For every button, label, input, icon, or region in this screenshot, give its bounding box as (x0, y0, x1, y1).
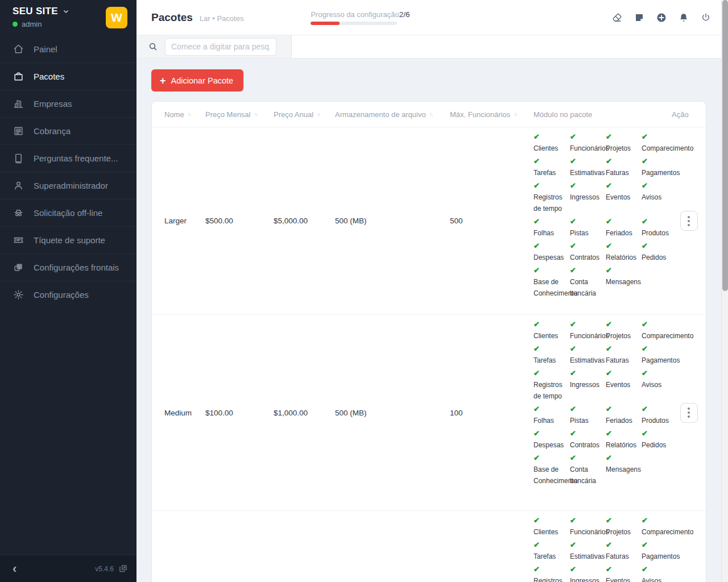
module-item: ✔ Eventos (606, 180, 642, 214)
search-input[interactable] (165, 38, 276, 56)
incognito-icon (13, 207, 24, 218)
module-item: ✔ Pistas (570, 404, 606, 426)
check-icon: ✔ (533, 539, 568, 551)
module-item: ✔ Conta bancária (570, 452, 606, 487)
setup-progress[interactable]: Progresso da configuração2/6 (311, 10, 397, 25)
layers-icon (13, 262, 24, 273)
module-item: ✔ Registros de tempo (533, 564, 570, 582)
module-item: ✔ Avisos (642, 564, 696, 582)
module-item: ✔ Pagamentos (642, 343, 696, 366)
sidebar-footer: ‹ v5.4.6 (0, 555, 136, 582)
column-header-nome[interactable]: Nome↑↓ (164, 110, 205, 119)
check-icon: ✔ (533, 564, 568, 575)
collapse-sidebar-icon[interactable]: ‹ (13, 563, 16, 575)
content-area: + Adicionar Pacote Nome↑↓Preço Mensal↑↓P… (136, 59, 728, 582)
sidebar-item-configura-es[interactable]: Configurações (0, 281, 136, 308)
module-item: ✔ Pagamentos (642, 539, 696, 562)
module-item: ✔ Mensagens (606, 452, 642, 487)
module-item: ✔ Comparecimento (642, 515, 696, 538)
module-item: ✔ Projetos (606, 319, 642, 342)
check-icon: ✔ (533, 452, 568, 464)
page-scrollbar[interactable] (721, 0, 728, 582)
check-icon: ✔ (533, 216, 568, 227)
row-actions-button[interactable] (680, 211, 698, 231)
check-icon: ✔ (533, 343, 568, 355)
package-name: Medium (164, 409, 205, 417)
column-header-armazenamento-de-arquivo[interactable]: Armazenamento de arquivo↑↓ (335, 110, 450, 119)
column-header-m-x-funcion-rios[interactable]: Máx. Funcionários↑↓ (450, 110, 533, 119)
module-item: ✔ Projetos (606, 515, 642, 538)
annual-price: $5,000.00 (274, 217, 335, 225)
check-icon: ✔ (570, 515, 603, 526)
sidebar-item-superadministrador[interactable]: Superadministrador (0, 172, 136, 199)
sort-icon[interactable]: ↑↓ (429, 111, 432, 117)
module-item: ✔ Funcionários (570, 319, 606, 342)
sidebar-item-perguntas-frequente[interactable]: Perguntas frequente... (0, 144, 136, 172)
gear-icon (13, 289, 24, 300)
check-icon: ✔ (642, 319, 693, 330)
scrollbar-thumb[interactable] (722, 0, 728, 291)
table-row: Larger $500.00 $5,000.00 500 (MB) 500 ✔ … (152, 127, 706, 315)
external-link-icon[interactable] (119, 564, 127, 573)
sidebar-item-solicita-o-off-line[interactable]: Solicitação off-line (0, 199, 136, 226)
module-item: ✔ Funcionários (570, 131, 606, 154)
add-package-button[interactable]: + Adicionar Pacote (151, 69, 243, 92)
check-icon: ✔ (570, 452, 603, 464)
check-icon: ✔ (606, 515, 639, 526)
column-header-pre-o-mensal[interactable]: Preço Mensal↑↓ (205, 110, 274, 119)
module-item: ✔ Relatórios (606, 428, 642, 451)
check-icon: ✔ (533, 428, 568, 439)
site-switcher[interactable]: SEU SITE (13, 6, 69, 17)
sidebar-item-cobran-a[interactable]: Cobrança (0, 117, 136, 144)
modules-cell: ✔ Clientes ✔ Funcionários ✔ Projetos ✔ C… (533, 315, 672, 496)
check-icon: ✔ (606, 343, 639, 355)
check-icon: ✔ (606, 319, 639, 330)
bell-icon[interactable] (679, 13, 689, 23)
sidebar-header: SEU SITE admin W (0, 0, 136, 35)
check-icon: ✔ (606, 539, 639, 551)
check-icon: ✔ (642, 180, 693, 192)
sidebar-item-painel[interactable]: Painel (0, 35, 136, 63)
module-item: ✔ Mensagens (606, 265, 642, 299)
sidebar-item-label: Tíquete de suporte (34, 235, 105, 245)
sort-icon[interactable]: ↑↓ (254, 111, 257, 117)
note-icon[interactable] (634, 13, 644, 23)
module-item: ✔ Avisos (642, 368, 696, 402)
check-icon: ✔ (570, 343, 603, 355)
sidebar-item-empresas[interactable]: Empresas (0, 90, 136, 117)
column-header-pre-o-anual[interactable]: Preço Anual↑↓ (274, 110, 335, 119)
package-name: Larger (164, 217, 205, 225)
sort-icon[interactable]: ↑↓ (317, 111, 320, 117)
module-item: ✔ Feriados (606, 216, 642, 239)
file-storage: 500 (MB) (335, 409, 450, 417)
module-item: ✔ Faturas (606, 156, 642, 178)
check-icon: ✔ (570, 539, 603, 551)
sort-icon[interactable]: ↑↓ (188, 111, 191, 117)
check-icon: ✔ (606, 131, 639, 143)
module-item: ✔ Clientes (533, 319, 570, 342)
row-actions-button[interactable] (680, 403, 698, 423)
module-item: ✔ Pistas (570, 216, 606, 239)
power-icon[interactable] (701, 13, 711, 23)
sidebar-item-configura-es-frontais[interactable]: Configurações frontais (0, 253, 136, 281)
sidebar-item-label: Cobrança (34, 126, 71, 136)
app-logo[interactable]: W (106, 7, 127, 28)
eraser-icon[interactable] (612, 13, 622, 23)
module-item: ✔ Projetos (606, 131, 642, 154)
page-title: Pacotes (151, 11, 193, 24)
check-icon: ✔ (533, 265, 568, 276)
action-cell (672, 211, 706, 231)
sort-icon[interactable]: ↑↓ (514, 111, 516, 117)
module-item: ✔ Despesas (533, 240, 570, 263)
sidebar-item-pacotes[interactable]: Pacotes (0, 63, 136, 90)
module-item: ✔ Estimativas (570, 343, 606, 366)
file-storage: 500 (MB) (335, 217, 450, 225)
module-item: ✔ Base de Conhecimento (533, 265, 570, 299)
check-icon: ✔ (570, 240, 603, 252)
modules-cell: ✔ Clientes ✔ Funcionários ✔ Projetos ✔ C… (533, 127, 672, 309)
package-icon (13, 71, 24, 82)
add-circle-icon[interactable] (656, 13, 667, 23)
max-employees: 500 (450, 217, 533, 225)
filter-bar (136, 35, 728, 59)
sidebar-item-t-quete-de-suporte[interactable]: Tíquete de suporte (0, 226, 136, 253)
